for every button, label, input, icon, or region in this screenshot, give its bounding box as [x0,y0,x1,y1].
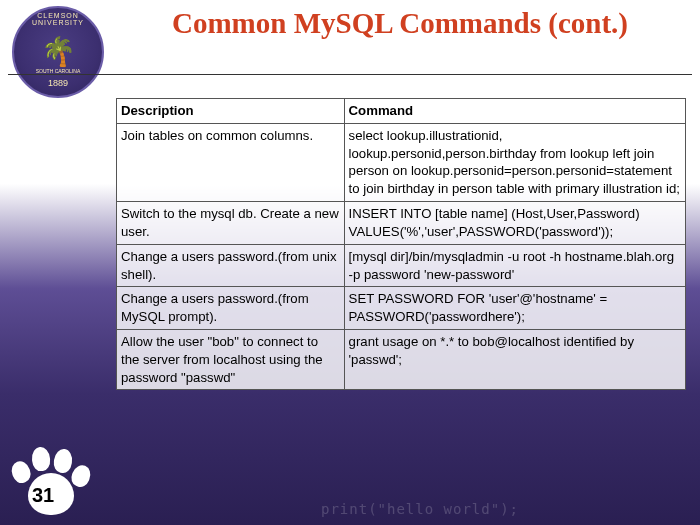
cell-command: select lookup.illustrationid, lookup.per… [344,123,685,201]
title-divider [8,74,692,75]
commands-table-wrap: Description Command Join tables on commo… [116,98,686,390]
table-row: Change a users password.(from unix shell… [117,244,686,287]
cell-command: [mysql dir]/bin/mysqladmin -u root -h ho… [344,244,685,287]
cell-command: grant usage on *.* to bob@localhost iden… [344,329,685,389]
cell-description: Join tables on common columns. [117,123,345,201]
header-description: Description [117,99,345,124]
table-row: Switch to the mysql db. Create a new use… [117,202,686,245]
cell-description: Allow the user "bob" to connect to the s… [117,329,345,389]
slide-number: 31 [26,484,60,507]
cell-description: Change a users password.(from MySQL prom… [117,287,345,330]
slide: CLEMSON UNIVERSITY 🌴 SOUTH CAROLINA 1889… [0,0,700,525]
header-command: Command [344,99,685,124]
palm-tree-icon: 🌴 [41,38,76,66]
commands-table: Description Command Join tables on commo… [116,98,686,390]
university-seal: CLEMSON UNIVERSITY 🌴 SOUTH CAROLINA 1889 [12,6,104,98]
table-row: Join tables on common columns. select lo… [117,123,686,201]
seal-top-text: CLEMSON UNIVERSITY [14,12,102,26]
paw-print-icon [10,439,94,519]
cell-command: INSERT INTO [table name] (Host,User,Pass… [344,202,685,245]
table-row: Change a users password.(from MySQL prom… [117,287,686,330]
background-code-text: print("hello world"); [160,501,680,517]
slide-title: Common MySQL Commands (cont.) [110,8,690,38]
cell-description: Change a users password.(from unix shell… [117,244,345,287]
seal-year: 1889 [48,78,68,88]
table-row: Allow the user "bob" to connect to the s… [117,329,686,389]
cell-command: SET PASSWORD FOR 'user'@'hostname' = PAS… [344,287,685,330]
table-header-row: Description Command [117,99,686,124]
cell-description: Switch to the mysql db. Create a new use… [117,202,345,245]
